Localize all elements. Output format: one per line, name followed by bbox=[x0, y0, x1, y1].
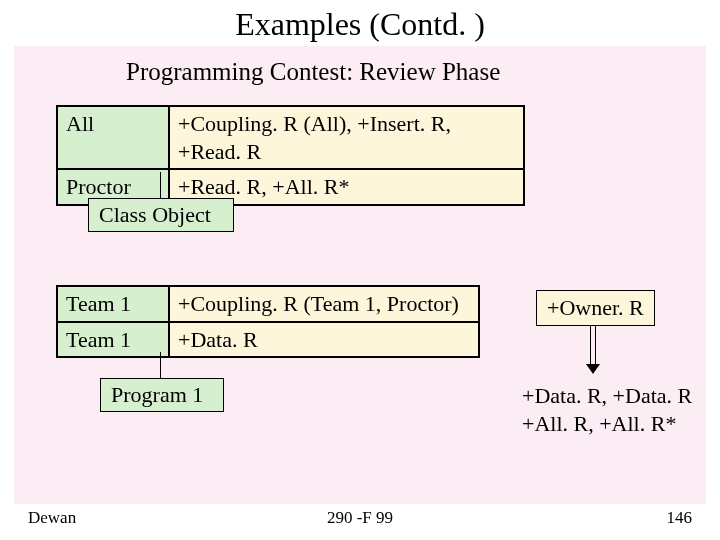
owner-permission-box: +Owner. R bbox=[536, 290, 655, 326]
footer-page-number: 146 bbox=[667, 508, 693, 528]
role-cell: Team 1 bbox=[57, 322, 169, 358]
table-row: Team 1 +Coupling. R (Team 1, Proctor) bbox=[57, 286, 479, 322]
table-row: All +Coupling. R (All), +Insert. R, +Rea… bbox=[57, 106, 524, 169]
permissions-cell: +Coupling. R (All), +Insert. R, +Read. R bbox=[169, 106, 524, 169]
annotation-line: +Data. R, +Data. R bbox=[522, 382, 692, 410]
arrow-down-icon bbox=[586, 326, 600, 374]
footer-author: Dewan bbox=[28, 508, 76, 528]
role-cell: All bbox=[57, 106, 169, 169]
program-tag: Program 1 bbox=[100, 378, 224, 412]
permissions-cell: +Coupling. R (Team 1, Proctor) bbox=[169, 286, 479, 322]
annotation-text: +Data. R, +Data. R +All. R, +All. R* bbox=[522, 382, 692, 437]
connector-line bbox=[160, 172, 161, 198]
footer-course: 290 -F 99 bbox=[327, 508, 393, 528]
table-row: Team 1 +Data. R bbox=[57, 322, 479, 358]
permissions-cell: +Data. R bbox=[169, 322, 479, 358]
role-cell: Team 1 bbox=[57, 286, 169, 322]
slide-title: Examples (Contd. ) bbox=[0, 0, 720, 47]
slide-subtitle: Programming Contest: Review Phase bbox=[126, 58, 500, 86]
permissions-table-2: Team 1 +Coupling. R (Team 1, Proctor) Te… bbox=[56, 285, 480, 358]
annotation-line: +All. R, +All. R* bbox=[522, 410, 692, 438]
class-object-tag: Class Object bbox=[88, 198, 234, 232]
connector-line bbox=[160, 352, 161, 378]
permissions-table-1: All +Coupling. R (All), +Insert. R, +Rea… bbox=[56, 105, 525, 206]
